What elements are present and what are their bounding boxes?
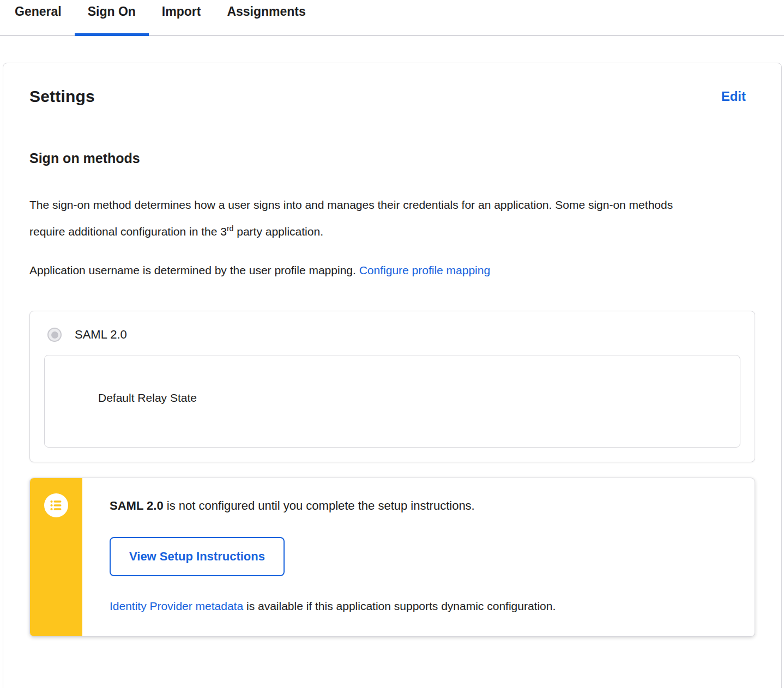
saml-setup-callout: SAML 2.0 is not configured until you com… — [29, 478, 755, 637]
callout-yellow-stripe — [30, 478, 82, 636]
sign-on-methods-heading: Sign on methods — [29, 150, 755, 166]
tab-assignments[interactable]: Assignments — [214, 0, 318, 36]
callout-message-text: is not configured until you complete the… — [164, 499, 475, 512]
saml-radio-row: SAML 2.0 — [44, 328, 740, 342]
description-superscript: rd — [227, 224, 233, 233]
callout-body: SAML 2.0 is not configured until you com… — [82, 478, 755, 636]
metadata-note-text: is available if this application support… — [243, 600, 556, 612]
settings-card: Settings Edit Sign on methods The sign-o… — [3, 63, 782, 688]
view-setup-instructions-button[interactable]: View Setup Instructions — [110, 537, 285, 576]
page-title: Settings — [29, 87, 95, 106]
list-icon — [44, 493, 68, 517]
configure-profile-mapping-link[interactable]: Configure profile mapping — [359, 264, 490, 276]
description-text: The sign-on method determines how a user… — [29, 198, 673, 238]
tab-general[interactable]: General — [2, 0, 75, 36]
saml-radio-label: SAML 2.0 — [75, 328, 127, 342]
callout-message-bold: SAML 2.0 — [110, 499, 164, 512]
default-relay-state-label: Default Relay State — [98, 391, 197, 404]
app-tab-bar: General Sign On Import Assignments — [0, 0, 784, 36]
saml-method-box: SAML 2.0 Default Relay State — [29, 311, 755, 462]
default-relay-state-field: Default Relay State — [44, 355, 740, 448]
sign-on-methods-description: The sign-on method determines how a user… — [29, 191, 711, 245]
identity-provider-metadata-link[interactable]: Identity Provider metadata — [110, 600, 243, 612]
tab-import[interactable]: Import — [149, 0, 214, 36]
description-text-after: party application. — [233, 225, 323, 238]
metadata-note: Identity Provider metadata is available … — [110, 598, 728, 614]
radio-dot — [51, 331, 58, 339]
saml-radio-button[interactable] — [47, 328, 62, 342]
edit-link[interactable]: Edit — [721, 89, 746, 104]
settings-card-header: Settings Edit — [29, 63, 755, 106]
username-note-text: Application username is determined by th… — [29, 264, 359, 276]
username-note: Application username is determined by th… — [29, 257, 755, 283]
tab-sign-on[interactable]: Sign On — [75, 0, 149, 36]
callout-message: SAML 2.0 is not configured until you com… — [110, 498, 728, 514]
